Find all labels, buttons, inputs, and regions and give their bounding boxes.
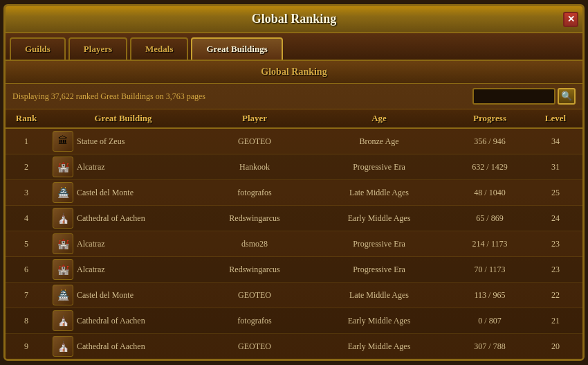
- building-name: Alcatraz: [77, 162, 105, 172]
- progress-cell: 70 / 1173: [448, 265, 531, 275]
- player-cell: GEOTEO: [199, 341, 310, 352]
- level-cell: 24: [531, 213, 580, 224]
- section-title: Global Ranking: [6, 61, 582, 84]
- progress-cell: 632 / 1429: [448, 162, 531, 172]
- filter-bar: Displaying 37,622 ranked Great Buildings…: [6, 84, 582, 109]
- col-level: Level: [531, 113, 580, 124]
- age-cell: Early Middle Ages: [310, 316, 448, 326]
- progress-cell: 307 / 788: [448, 341, 531, 352]
- search-button[interactable]: 🔍: [558, 88, 576, 105]
- building-name: Cathedral of Aachen: [77, 213, 145, 224]
- rank-cell: 5: [6, 239, 47, 249]
- tab-players[interactable]: Players: [68, 37, 127, 60]
- building-cell: 🏛 Statue of Zeus: [47, 131, 199, 152]
- player-cell: fotografos: [199, 188, 310, 198]
- table-header: Rank Great Building Player Age Progress …: [6, 109, 582, 129]
- building-icon: 🏰: [53, 233, 73, 254]
- table-body: 1 🏛 Statue of Zeus GEOTEO Bronze Age 356…: [6, 129, 582, 361]
- progress-cell: 48 / 1040: [448, 188, 531, 198]
- filter-text: Displaying 37,622 ranked Great Buildings…: [12, 91, 205, 102]
- age-cell: Late Middle Ages: [310, 188, 448, 198]
- player-cell: dsmo28: [199, 239, 310, 249]
- rank-cell: 8: [6, 316, 47, 326]
- building-name: Cathedral of Aachen: [77, 341, 145, 352]
- level-cell: 21: [531, 316, 580, 326]
- progress-cell: 214 / 1173: [448, 239, 531, 249]
- col-progress: Progress: [448, 113, 531, 124]
- player-cell: GEOTEO: [199, 290, 310, 301]
- col-building: Great Building: [47, 113, 199, 124]
- tab-guilds[interactable]: Guilds: [10, 37, 66, 60]
- rank-cell: 6: [6, 265, 47, 275]
- age-cell: Early Middle Ages: [310, 213, 448, 224]
- tab-bar: Guilds Players Medals Great Buildings: [6, 33, 582, 61]
- level-cell: 23: [531, 239, 580, 249]
- col-rank: Rank: [6, 113, 47, 124]
- progress-cell: 65 / 869: [448, 213, 531, 224]
- rank-cell: 2: [6, 162, 47, 172]
- building-cell: 🏰 Alcatraz: [47, 259, 199, 280]
- building-name: Statue of Zeus: [77, 136, 125, 147]
- age-cell: Late Middle Ages: [310, 290, 448, 301]
- building-icon: 🏰: [53, 157, 73, 177]
- table-row: 3 🏯 Castel del Monte fotografos Late Mid…: [6, 180, 582, 206]
- age-cell: Early Middle Ages: [310, 341, 448, 352]
- table-row: 6 🏰 Alcatraz Redswingarcus Progressive E…: [6, 257, 582, 283]
- building-icon: 🏛: [53, 131, 73, 152]
- progress-cell: 0 / 807: [448, 316, 531, 326]
- player-cell: Redswingarcus: [199, 265, 310, 275]
- building-cell: ⛪ Cathedral of Aachen: [47, 310, 199, 331]
- building-name: Castel del Monte: [77, 290, 134, 301]
- age-cell: Progressive Era: [310, 239, 448, 249]
- table-row: 2 🏰 Alcatraz Hankook Progressive Era 632…: [6, 154, 582, 180]
- building-cell: ⛪ Cathedral of Aachen: [47, 208, 199, 229]
- title-bar: Global Ranking ✕: [6, 6, 582, 33]
- tab-great-buildings[interactable]: Great Buildings: [191, 37, 282, 60]
- level-cell: 31: [531, 162, 580, 172]
- level-cell: 20: [531, 341, 580, 352]
- search-input[interactable]: [472, 88, 555, 105]
- rank-cell: 3: [6, 188, 47, 198]
- building-cell: 🏯 Castel del Monte: [47, 182, 199, 203]
- building-icon: 🏯: [53, 182, 73, 203]
- table-row: 7 🏯 Castel del Monte GEOTEO Late Middle …: [6, 283, 582, 308]
- building-name: Cathedral of Aachen: [77, 316, 145, 326]
- player-cell: Redswingarcus: [199, 213, 310, 224]
- building-icon: ⛪: [53, 208, 73, 229]
- table-row: 8 ⛪ Cathedral of Aachen fotografos Early…: [6, 308, 582, 334]
- table-row: 5 🏰 Alcatraz dsmo28 Progressive Era 214 …: [6, 231, 582, 257]
- building-name: Castel del Monte: [77, 188, 134, 198]
- tab-medals[interactable]: Medals: [130, 37, 188, 60]
- search-area: 🔍: [472, 88, 576, 105]
- player-cell: Hankook: [199, 162, 310, 172]
- table-row: 10 🏛 Statue of Zeus grhgorhw Bronze Age …: [6, 359, 582, 361]
- close-button[interactable]: ✕: [563, 12, 578, 27]
- building-name: Alcatraz: [77, 239, 105, 249]
- rank-cell: 7: [6, 290, 47, 301]
- age-cell: Progressive Era: [310, 162, 448, 172]
- building-cell: 🏰 Alcatraz: [47, 157, 199, 177]
- level-cell: 34: [531, 136, 580, 147]
- content-area: Global Ranking Displaying 37,622 ranked …: [6, 61, 582, 361]
- level-cell: 25: [531, 188, 580, 198]
- player-cell: fotografos: [199, 316, 310, 326]
- rank-cell: 1: [6, 136, 47, 147]
- level-cell: 22: [531, 290, 580, 301]
- level-cell: 23: [531, 265, 580, 275]
- table-row: 4 ⛪ Cathedral of Aachen Redswingarcus Ea…: [6, 206, 582, 231]
- main-window: Global Ranking ✕ Guilds Players Medals G…: [3, 4, 585, 361]
- building-icon: ⛪: [53, 336, 73, 357]
- building-icon: ⛪: [53, 310, 73, 331]
- col-player: Player: [199, 113, 310, 124]
- progress-cell: 356 / 946: [448, 136, 531, 147]
- player-cell: GEOTEO: [199, 136, 310, 147]
- rank-cell: 9: [6, 341, 47, 352]
- rank-cell: 4: [6, 213, 47, 224]
- window-title: Global Ranking: [252, 12, 337, 26]
- building-cell: ⛪ Cathedral of Aachen: [47, 336, 199, 357]
- building-name: Alcatraz: [77, 265, 105, 275]
- age-cell: Progressive Era: [310, 265, 448, 275]
- progress-cell: 113 / 965: [448, 290, 531, 301]
- age-cell: Bronze Age: [310, 136, 448, 147]
- building-cell: 🏰 Alcatraz: [47, 233, 199, 254]
